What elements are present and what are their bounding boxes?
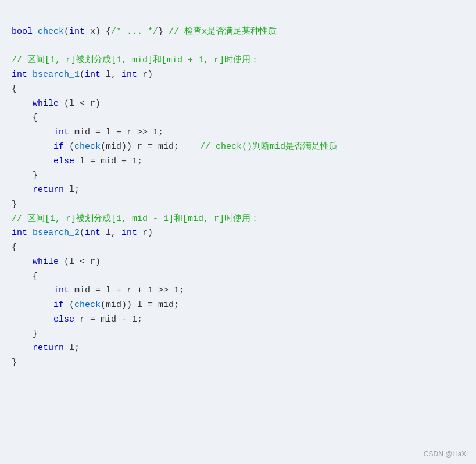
watermark: CSDN @LiaXi — [424, 450, 468, 458]
code-block: bool check(int x) {/* ... */} // 检查x是否满足… — [12, 10, 464, 385]
code-container: bool check(int x) {/* ... */} // 检查x是否满足… — [0, 0, 476, 464]
